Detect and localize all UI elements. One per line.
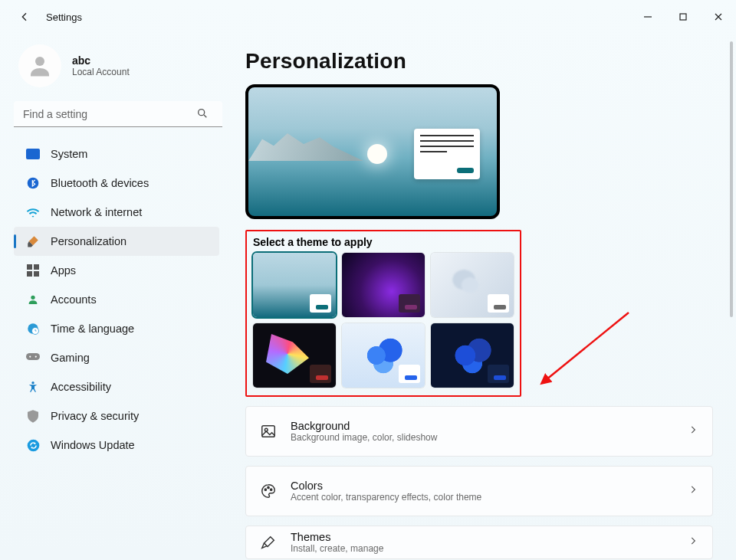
svg-rect-5 <box>26 149 40 159</box>
display-icon <box>26 147 40 161</box>
palette-icon <box>260 483 277 499</box>
setting-row-colors[interactable]: Colors Accent color, transparency effect… <box>245 466 713 516</box>
svg-rect-20 <box>262 426 275 437</box>
sidebar-item-apps[interactable]: Apps <box>14 256 219 285</box>
window-title: Settings <box>46 11 82 23</box>
svg-rect-14 <box>26 353 40 360</box>
search-icon <box>196 107 209 120</box>
accessibility-icon <box>26 380 40 394</box>
sidebar-item-personalization[interactable]: Personalization <box>14 227 219 256</box>
theme-option-4[interactable] <box>253 323 336 388</box>
scrollbar-thumb[interactable] <box>730 41 733 317</box>
sidebar-item-system[interactable]: System <box>14 139 219 169</box>
titlebar: Settings <box>0 0 736 34</box>
sidebar-item-label: Network & internet <box>51 206 142 218</box>
sidebar-item-label: Windows Update <box>51 439 135 451</box>
theme-heading: Select a theme to apply <box>253 236 514 248</box>
setting-row-themes[interactable]: Themes Install, create, manage <box>245 526 713 559</box>
setting-row-background[interactable]: Background Background image, color, slid… <box>245 406 713 457</box>
chevron-right-icon <box>688 535 698 549</box>
search-wrap <box>14 101 219 127</box>
row-title: Colors <box>291 480 481 492</box>
account-name: abc <box>72 54 130 67</box>
sidebar-item-label: Personalization <box>51 235 127 247</box>
theme-option-5[interactable] <box>342 323 425 388</box>
theme-section: Select a theme to apply <box>245 230 521 397</box>
account-type: Local Account <box>72 67 130 77</box>
sidebar-item-update[interactable]: Windows Update <box>14 431 219 460</box>
sidebar-item-label: Gaming <box>51 352 90 364</box>
globe-clock-icon <box>26 322 40 336</box>
row-subtitle: Install, create, manage <box>291 543 383 554</box>
sidebar-item-label: Time & language <box>51 323 134 335</box>
sidebar-item-label: Apps <box>51 264 76 277</box>
back-button[interactable] <box>15 8 34 26</box>
svg-rect-10 <box>34 271 39 277</box>
sidebar-item-privacy[interactable]: Privacy & security <box>14 401 219 431</box>
row-title: Background <box>291 420 437 432</box>
sidebar-item-gaming[interactable]: Gaming <box>14 343 219 372</box>
chevron-right-icon <box>688 484 698 498</box>
account-block[interactable]: abc Local Account <box>14 44 219 87</box>
sidebar-item-accessibility[interactable]: Accessibility <box>14 372 219 401</box>
sidebar-item-label: Accessibility <box>51 381 111 393</box>
svg-point-11 <box>31 296 34 300</box>
svg-point-6 <box>28 178 39 189</box>
close-button[interactable] <box>701 5 736 29</box>
wifi-icon <box>26 205 40 219</box>
theme-grid <box>253 253 514 388</box>
avatar <box>18 44 61 87</box>
svg-rect-1 <box>680 14 686 20</box>
person-icon <box>26 293 40 306</box>
svg-point-18 <box>27 439 39 451</box>
nav: System Bluetooth & devices Network & int… <box>14 139 219 460</box>
search-input[interactable] <box>14 101 222 127</box>
theme-option-2[interactable] <box>342 253 425 317</box>
sidebar-item-time[interactable]: Time & language <box>14 314 219 343</box>
svg-rect-7 <box>27 264 32 270</box>
theme-option-3[interactable] <box>431 253 514 317</box>
paintbrush-icon <box>26 234 40 248</box>
annotation-arrow-icon <box>537 306 636 391</box>
row-subtitle: Accent color, transparency effects, colo… <box>291 492 481 503</box>
chevron-right-icon <box>688 424 698 438</box>
scrollbar[interactable] <box>730 41 733 547</box>
theme-option-1[interactable] <box>253 253 336 317</box>
svg-point-17 <box>31 382 34 384</box>
svg-rect-8 <box>34 264 39 270</box>
sidebar-item-network[interactable]: Network & internet <box>14 198 219 227</box>
svg-rect-9 <box>27 271 32 277</box>
row-title: Themes <box>291 531 383 543</box>
brush-icon <box>260 534 277 551</box>
sidebar-item-label: Accounts <box>51 293 97 306</box>
apps-icon <box>26 264 40 277</box>
svg-point-24 <box>271 489 272 490</box>
desktop-preview <box>245 84 500 219</box>
svg-point-2 <box>35 57 44 66</box>
svg-line-4 <box>204 115 206 117</box>
bluetooth-icon <box>26 176 40 190</box>
update-icon <box>26 438 40 452</box>
sidebar: abc Local Account System Bluetooth & dev… <box>0 34 230 560</box>
gamepad-icon <box>26 351 40 365</box>
svg-point-3 <box>199 110 205 116</box>
sidebar-item-label: Bluetooth & devices <box>51 177 149 189</box>
sidebar-item-label: System <box>51 148 87 160</box>
row-subtitle: Background image, color, slideshow <box>291 432 437 443</box>
svg-point-15 <box>29 355 31 357</box>
maximize-button[interactable] <box>665 5 701 29</box>
sidebar-item-accounts[interactable]: Accounts <box>14 285 219 314</box>
image-icon <box>260 423 277 440</box>
window-controls <box>630 5 736 29</box>
sidebar-item-bluetooth[interactable]: Bluetooth & devices <box>14 169 219 198</box>
theme-option-6[interactable] <box>431 323 514 388</box>
minimize-button[interactable] <box>630 5 665 29</box>
shield-icon <box>26 409 40 423</box>
svg-point-16 <box>35 355 37 357</box>
svg-point-22 <box>264 489 266 490</box>
svg-point-23 <box>268 486 269 488</box>
page-title: Personalization <box>245 49 718 74</box>
main-content: Personalization Select a theme to apply <box>230 34 736 560</box>
sidebar-item-label: Privacy & security <box>51 410 139 422</box>
svg-line-19 <box>546 313 629 380</box>
